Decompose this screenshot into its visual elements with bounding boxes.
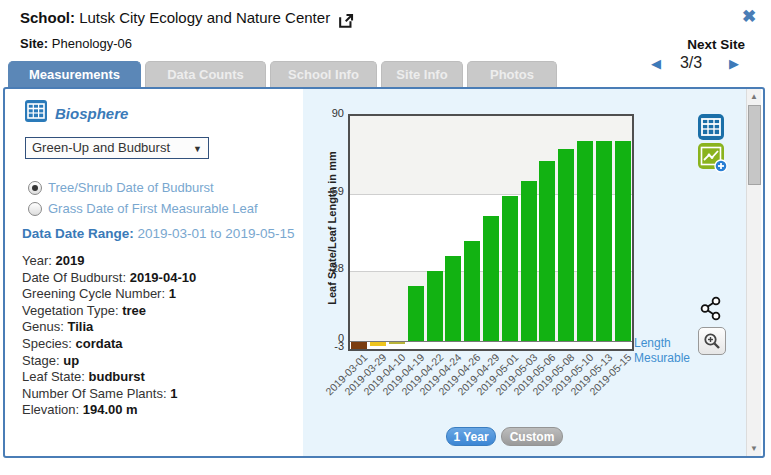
y-tick-label: 28 <box>300 262 344 274</box>
school-title: School: Lutsk City Ecology and Nature Ce… <box>20 9 330 26</box>
chart-bar[interactable] <box>427 271 443 341</box>
detail-label: Greening Cycle Number: <box>22 286 169 301</box>
radio-label: Tree/Shrub Date of Budburst <box>48 180 214 195</box>
section-title: Biosphere <box>55 105 128 122</box>
measurement-select-value: Green-Up and Budburst <box>32 140 170 155</box>
school-name: Lutsk City Ecology and Nature Center <box>79 9 330 26</box>
detail-label: Elevation: <box>22 402 83 417</box>
detail-value: 194.00 m <box>83 402 138 417</box>
y-tick-label: -3 <box>300 340 344 352</box>
one-year-button[interactable]: 1 Year <box>446 427 496 446</box>
chart-bar[interactable] <box>539 161 555 341</box>
detail-label: Species: <box>22 336 75 351</box>
detail-label: Vegetation Type: <box>22 303 122 318</box>
site-label: Site: <box>20 36 48 51</box>
detail-label: Number Of Same Plants: <box>22 386 170 401</box>
detail-row: Genus: Tilia <box>22 319 196 336</box>
chart-bar[interactable] <box>370 342 386 346</box>
chart-bar[interactable] <box>577 141 593 341</box>
detail-row: Greening Cycle Number: 1 <box>22 286 196 303</box>
chart-bar[interactable] <box>408 286 424 341</box>
site-name: Phenology-06 <box>52 36 132 51</box>
zoom-icon[interactable] <box>698 327 726 355</box>
chart-bar[interactable] <box>351 342 367 349</box>
y-tick-label: 90 <box>300 107 344 119</box>
detail-row: Leaf State: budburst <box>22 369 196 386</box>
share-school-icon[interactable] <box>337 11 356 30</box>
detail-value: up <box>63 353 79 368</box>
close-icon[interactable]: ✖ <box>742 6 756 27</box>
detail-value: budburst <box>89 369 145 384</box>
tab-photos[interactable]: Photos <box>467 61 557 87</box>
data-date-range-value: 2019-03-01 to 2019-05-15 <box>138 226 295 241</box>
detail-row: Vegetation Type: tree <box>22 303 196 320</box>
tab-site-info[interactable]: Site Info <box>381 61 463 87</box>
detail-value: Tilia <box>68 319 94 334</box>
measurement-details: Year: 2019Date Of Budburst: 2019-04-10Gr… <box>22 253 196 419</box>
detail-row: Date Of Budburst: 2019-04-10 <box>22 270 196 287</box>
vertical-scrollbar[interactable]: ▲ ▼ <box>746 89 761 456</box>
next-site-arrow-icon[interactable]: ▶ <box>729 56 739 71</box>
prev-site-arrow-icon[interactable]: ◀ <box>651 56 661 71</box>
scrollbar-thumb[interactable] <box>748 105 761 185</box>
scroll-up-icon[interactable]: ▲ <box>747 92 761 101</box>
radio-unselected-icon[interactable] <box>28 202 42 216</box>
length-mesurable-annotation: Length Mesurable <box>634 336 698 366</box>
y-axis-title: Leaf State/Leaf Length in mm <box>326 128 338 328</box>
detail-label: Year: <box>22 253 56 268</box>
chart-bar[interactable] <box>483 216 499 341</box>
chart-bar[interactable] <box>615 141 631 341</box>
measurement-select[interactable]: ▼ Green-Up and Budburst <box>25 137 209 159</box>
y-tick-label: 59 <box>300 185 344 197</box>
detail-row: Elevation: 194.00 m <box>22 402 196 419</box>
detail-value: 1 <box>170 386 177 401</box>
detail-row: Number Of Same Plants: 1 <box>22 386 196 403</box>
tab-measurements[interactable]: Measurements <box>8 61 141 87</box>
detail-label: Date Of Budburst: <box>22 270 130 285</box>
chart-bar[interactable] <box>445 256 461 341</box>
detail-row: Species: cordata <box>22 336 196 353</box>
detail-value: 2019-04-10 <box>130 270 197 285</box>
custom-range-button[interactable]: Custom <box>501 427 563 446</box>
detail-label: Genus: <box>22 319 68 334</box>
detail-value: cordata <box>75 336 122 351</box>
detail-label: Leaf State: <box>22 369 89 384</box>
detail-label: Stage: <box>22 353 63 368</box>
chart-bar[interactable] <box>502 196 518 341</box>
school-label: School: <box>20 9 75 26</box>
site-pager: 3/3 <box>668 54 714 72</box>
school-data-dialog: School: Lutsk City Ecology and Nature Ce… <box>0 0 771 475</box>
detail-row: Stage: up <box>22 353 196 370</box>
biosphere-table-icon <box>25 100 47 126</box>
radio-tree-shrub-budburst[interactable]: Tree/Shrub Date of Budburst <box>28 180 214 195</box>
detail-row: Year: 2019 <box>22 253 196 270</box>
radio-selected-icon[interactable] <box>28 181 42 195</box>
add-chart-icon[interactable] <box>698 143 728 177</box>
radio-label: Grass Date of First Measurable Leaf <box>48 201 258 216</box>
chart-bar[interactable] <box>389 342 405 344</box>
scroll-down-icon[interactable]: ▼ <box>747 444 761 453</box>
table-view-icon[interactable] <box>698 114 724 144</box>
chart-bar[interactable] <box>596 141 612 341</box>
chart-bar[interactable] <box>521 181 537 341</box>
data-date-range-label: Data Date Range: <box>22 226 134 241</box>
tab-data-counts[interactable]: Data Counts <box>145 61 266 87</box>
detail-value: tree <box>122 303 146 318</box>
detail-value: 2019 <box>56 253 85 268</box>
chevron-down-icon: ▼ <box>193 139 202 159</box>
next-site-label: Next Site <box>640 37 745 52</box>
chart-bar[interactable] <box>558 149 574 342</box>
radio-grass-first-leaf[interactable]: Grass Date of First Measurable Leaf <box>28 201 258 216</box>
biosphere-header: Biosphere <box>25 100 128 126</box>
share-icon[interactable] <box>699 295 722 326</box>
detail-value: 1 <box>169 286 176 301</box>
site-title: Site: Phenology-06 <box>20 36 132 51</box>
data-date-range: Data Date Range: 2019-03-01 to 2019-05-1… <box>22 226 294 241</box>
bar-chart-plot <box>348 114 634 351</box>
tab-school-info[interactable]: School Info <box>270 61 377 87</box>
chart-bar[interactable] <box>464 241 480 341</box>
